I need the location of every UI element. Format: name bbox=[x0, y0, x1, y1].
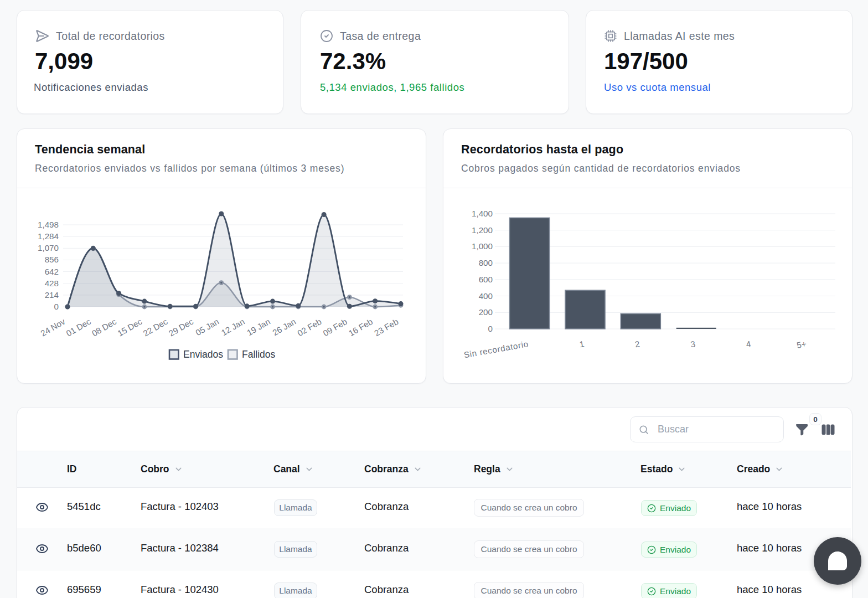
svg-text:4: 4 bbox=[745, 339, 751, 349]
svg-text:26 Jan: 26 Jan bbox=[271, 317, 297, 338]
svg-text:16 Feb: 16 Feb bbox=[347, 317, 374, 338]
svg-text:12 Jan: 12 Jan bbox=[220, 317, 246, 338]
svg-text:1,000: 1,000 bbox=[472, 241, 493, 251]
svg-text:Sin recordatorio: Sin recordatorio bbox=[463, 339, 529, 359]
svg-text:2: 2 bbox=[634, 339, 640, 349]
svg-text:856: 856 bbox=[45, 255, 59, 264]
svg-text:1,070: 1,070 bbox=[38, 243, 59, 252]
svg-text:1,400: 1,400 bbox=[472, 209, 493, 218]
svg-text:214: 214 bbox=[45, 290, 59, 300]
svg-text:200: 200 bbox=[479, 307, 493, 317]
svg-text:1,200: 1,200 bbox=[472, 225, 493, 235]
svg-text:0: 0 bbox=[488, 324, 493, 333]
svg-text:Fallidos: Fallidos bbox=[242, 349, 276, 360]
svg-text:Enviados: Enviados bbox=[183, 349, 223, 360]
svg-text:08 Dec: 08 Dec bbox=[90, 317, 118, 338]
svg-text:24 Nov: 24 Nov bbox=[39, 317, 67, 338]
svg-text:23 Feb: 23 Feb bbox=[373, 317, 400, 338]
svg-text:5+: 5+ bbox=[796, 339, 807, 350]
svg-text:05 Jan: 05 Jan bbox=[194, 317, 220, 338]
svg-text:29 Dec: 29 Dec bbox=[167, 317, 195, 338]
svg-text:800: 800 bbox=[479, 258, 493, 267]
svg-text:600: 600 bbox=[479, 275, 493, 284]
svg-text:22 Dec: 22 Dec bbox=[142, 317, 170, 338]
svg-text:642: 642 bbox=[45, 267, 59, 276]
svg-text:1,284: 1,284 bbox=[38, 231, 59, 241]
svg-text:3: 3 bbox=[690, 339, 696, 349]
svg-text:1,498: 1,498 bbox=[38, 220, 59, 229]
svg-text:19 Jan: 19 Jan bbox=[245, 317, 272, 338]
svg-text:02 Feb: 02 Feb bbox=[296, 317, 323, 338]
svg-text:1: 1 bbox=[578, 339, 585, 349]
svg-text:01 Dec: 01 Dec bbox=[65, 317, 93, 338]
svg-text:400: 400 bbox=[479, 291, 493, 301]
svg-text:15 Dec: 15 Dec bbox=[116, 317, 144, 338]
svg-text:428: 428 bbox=[45, 279, 59, 288]
svg-text:0: 0 bbox=[54, 302, 59, 311]
svg-text:09 Feb: 09 Feb bbox=[321, 317, 348, 338]
